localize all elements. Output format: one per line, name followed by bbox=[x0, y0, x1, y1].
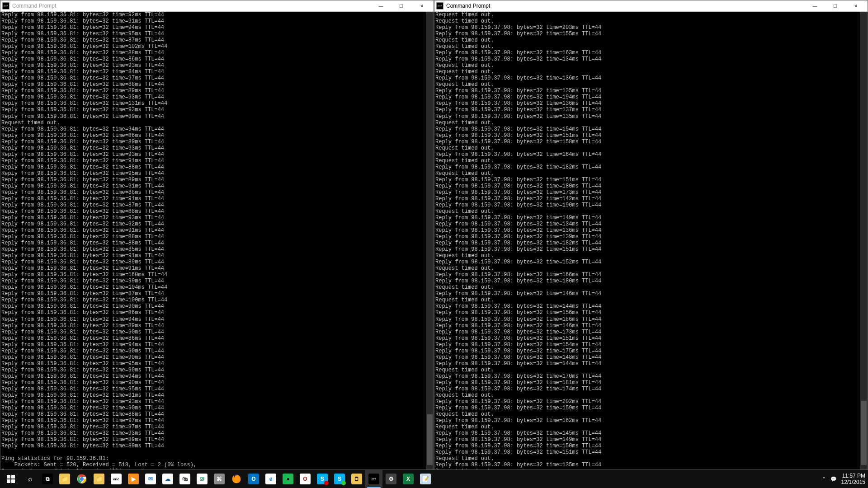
titlebar-right[interactable]: C:\ Command Prompt — ☐ ✕ bbox=[434, 0, 868, 12]
ie-icon: e bbox=[265, 474, 276, 484]
taskbar-spotify[interactable]: ● bbox=[279, 470, 297, 488]
mail-icon: ✉ bbox=[145, 474, 156, 484]
start-button[interactable] bbox=[0, 470, 22, 488]
taskbar-settings[interactable]: ⚙ bbox=[382, 470, 400, 488]
excel-icon: X bbox=[403, 474, 414, 484]
taskbar-firefox[interactable] bbox=[228, 470, 245, 488]
taskbar-app-gray[interactable]: ⌘ bbox=[211, 470, 228, 488]
system-tray: ⌃ 💬 11:57 PM 12/1/2015 bbox=[822, 470, 868, 488]
notepad-icon: 📝 bbox=[420, 474, 431, 484]
media-player-icon: ▶ bbox=[128, 474, 139, 484]
skype-business-icon: S bbox=[334, 474, 345, 484]
firefox-icon bbox=[231, 474, 242, 484]
close-button[interactable]: ✕ bbox=[411, 0, 432, 11]
taskbar-notepad[interactable]: 📝 bbox=[417, 470, 434, 488]
taskbar-ie[interactable]: e bbox=[262, 470, 279, 488]
taskbar-notes[interactable]: 🗒 bbox=[348, 470, 365, 488]
cmd-icon: C:\ bbox=[2, 2, 9, 9]
taskbar-chrome[interactable] bbox=[73, 470, 90, 488]
taskbar-putty[interactable]: 🖳 bbox=[193, 470, 211, 488]
onedrive-icon: ☁ bbox=[162, 474, 173, 484]
tray-chevron-icon[interactable]: ⌃ bbox=[822, 476, 826, 482]
taskbar-opera[interactable]: O bbox=[297, 470, 314, 488]
spotify-icon: ● bbox=[283, 474, 293, 484]
taskbar-file-explorer-2[interactable]: 📁 bbox=[90, 470, 108, 488]
store-icon: 🛍 bbox=[179, 474, 190, 484]
search-icon: ⌕ bbox=[28, 475, 33, 483]
taskbar-mail[interactable]: ✉ bbox=[142, 470, 159, 488]
scrollbar-left[interactable] bbox=[426, 12, 434, 469]
tray-notification-icon[interactable]: 💬 bbox=[830, 476, 837, 482]
taskbar-excel[interactable]: X bbox=[400, 470, 417, 488]
close-button[interactable]: ✕ bbox=[845, 0, 866, 11]
outlook-icon: O bbox=[248, 474, 259, 484]
putty-icon: 🖳 bbox=[197, 474, 208, 484]
titlebar-left[interactable]: C:\ Command Prompt — ☐ ✕ bbox=[0, 0, 434, 12]
cmd-icon: C:\ bbox=[436, 2, 443, 9]
maximize-button[interactable]: ☐ bbox=[825, 0, 845, 11]
taskbar-clock[interactable]: 11:57 PM 12/1/2015 bbox=[841, 473, 865, 486]
taskbar-skype[interactable]: S bbox=[314, 470, 331, 488]
app-gray-icon: ⌘ bbox=[214, 474, 225, 484]
taskbar-store[interactable]: 🛍 bbox=[176, 470, 193, 488]
maximize-button[interactable]: ☐ bbox=[391, 0, 411, 11]
taskbar-outlook[interactable]: O bbox=[245, 470, 262, 488]
clock-date: 12/1/2015 bbox=[841, 479, 865, 485]
terminal-right-output[interactable]: Request timed out. Request timed out. Re… bbox=[434, 12, 868, 469]
file-explorer-icon: 📁 bbox=[59, 474, 70, 484]
taskbar-media-player[interactable]: ▶ bbox=[125, 470, 142, 488]
taskbar-file-explorer[interactable]: 📁 bbox=[56, 470, 73, 488]
window-title-right: Command Prompt bbox=[446, 3, 805, 9]
cmd-window-right: C:\ Command Prompt — ☐ ✕ Request timed o… bbox=[434, 0, 868, 470]
clock-time: 11:57 PM bbox=[841, 473, 865, 479]
settings-icon: ⚙ bbox=[386, 474, 396, 484]
cmd-icon: C:\ bbox=[368, 474, 379, 484]
skype-icon: S bbox=[317, 474, 328, 484]
taskbar: ⌕ ⧉📁📁vnc▶✉☁🛍🖳⌘Oe●OSS🗒C:\⚙X📝 ⌃ 💬 11:57 PM… bbox=[0, 470, 868, 488]
scroll-thumb[interactable] bbox=[427, 414, 433, 465]
scrollbar-right[interactable] bbox=[860, 12, 868, 469]
search-button[interactable]: ⌕ bbox=[22, 470, 39, 488]
taskbar-onedrive[interactable]: ☁ bbox=[159, 470, 176, 488]
taskbar-task-view[interactable]: ⧉ bbox=[39, 470, 56, 488]
taskbar-skype-business[interactable]: S bbox=[331, 470, 348, 488]
minimize-button[interactable]: — bbox=[805, 0, 825, 11]
window-title-left: Command Prompt bbox=[12, 3, 371, 9]
scroll-thumb[interactable] bbox=[861, 401, 867, 465]
windows-icon bbox=[7, 475, 15, 483]
taskbar-cmd[interactable]: C:\ bbox=[365, 470, 382, 488]
notes-icon: 🗒 bbox=[351, 474, 362, 484]
terminal-left-output[interactable]: Reply from 98.159.36.81: bytes=32 time=9… bbox=[0, 12, 434, 469]
chrome-icon bbox=[76, 474, 87, 484]
minimize-button[interactable]: — bbox=[371, 0, 391, 11]
opera-icon: O bbox=[300, 474, 311, 484]
file-explorer-2-icon: 📁 bbox=[94, 474, 104, 484]
task-view-icon: ⧉ bbox=[42, 474, 53, 484]
svg-point-2 bbox=[80, 477, 83, 480]
taskbar-vnc[interactable]: vnc bbox=[108, 470, 125, 488]
vnc-icon: vnc bbox=[111, 474, 122, 484]
cmd-window-left: C:\ Command Prompt — ☐ ✕ Reply from 98.1… bbox=[0, 0, 434, 470]
